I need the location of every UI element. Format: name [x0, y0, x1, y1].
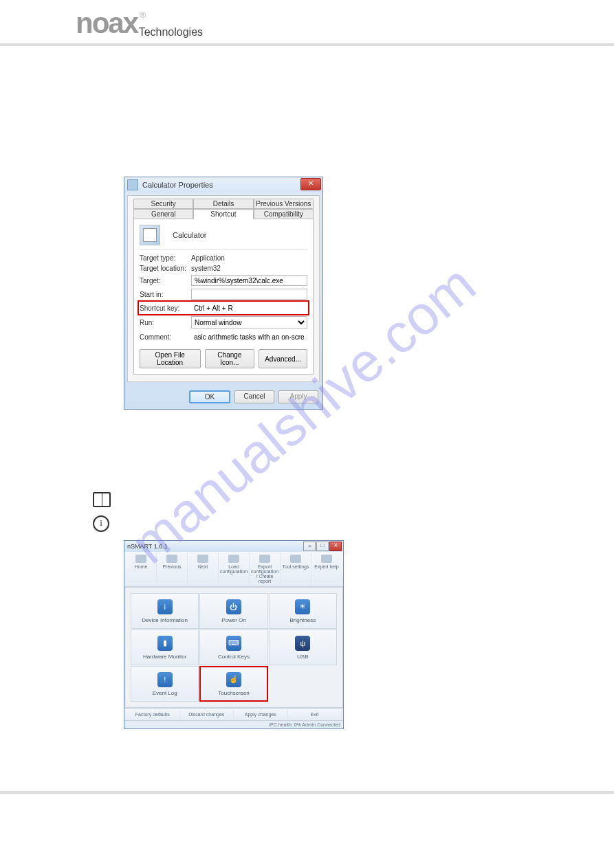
tab-details[interactable]: Details: [193, 199, 253, 209]
toolbar-export-label: Export configuration / Create report: [251, 564, 278, 583]
tab-shortcut[interactable]: Shortcut: [193, 209, 253, 219]
tab-general[interactable]: General: [133, 209, 193, 219]
power-icon: ⏻: [226, 599, 241, 614]
tile-power-on[interactable]: ⏻Power On: [199, 593, 267, 629]
tile-touchscreen[interactable]: ☝Touchscreen: [199, 666, 267, 702]
target-input[interactable]: [191, 275, 307, 286]
load-icon: [228, 555, 239, 563]
window-controls: ‒ □ ✕: [303, 542, 342, 551]
tile-label: Hardware Monitor: [143, 654, 187, 660]
tile-control-keys[interactable]: ⌨Control Keys: [199, 630, 267, 665]
tile-brightness[interactable]: ☀Brightness: [269, 593, 337, 629]
target-type-value: Application: [191, 254, 307, 262]
toolbar-help-label: Expert help: [314, 564, 338, 569]
tile-hardware-monitor[interactable]: ▮Hardware Monitor: [131, 630, 199, 665]
brightness-icon: ☀: [295, 599, 310, 614]
tab-security[interactable]: Security: [133, 199, 193, 209]
page-footer: [0, 791, 614, 814]
shortcut-key-row: Shortcut key:: [140, 302, 307, 313]
startin-label: Start in:: [140, 291, 191, 298]
tile-label: Power On: [221, 617, 246, 623]
tile-usb[interactable]: ψUSB: [269, 630, 337, 665]
previous-icon: [166, 555, 177, 563]
nsmart-grid: iDevice Information ⏻Power On ☀Brightnes…: [124, 587, 343, 708]
logo: noax ® Technologies: [76, 7, 138, 40]
target-type-row: Target type: Application: [140, 254, 307, 262]
info-icon: i: [93, 515, 109, 532]
toolbar-help[interactable]: Expert help: [311, 553, 342, 585]
calculator-app-icon: [140, 225, 160, 245]
next-icon: [197, 555, 208, 563]
gear-icon: [290, 555, 301, 563]
cancel-button[interactable]: Cancel: [234, 390, 274, 403]
shortcut-key-label: Shortcut key:: [140, 304, 191, 312]
dialog-bottom-buttons: OK Cancel Apply: [124, 385, 322, 409]
startin-input[interactable]: [191, 289, 307, 300]
close-button[interactable]: ✕: [300, 178, 321, 190]
advanced-button[interactable]: Advanced...: [259, 349, 307, 368]
side-icons: i: [93, 492, 531, 532]
shortcut-buttons-row: Open File Location Change Icon... Advanc…: [140, 349, 307, 368]
tile-label: Brightness: [289, 617, 316, 623]
comment-label: Comment:: [140, 333, 191, 341]
logo-brand: noax: [76, 7, 138, 39]
page-header: noax ® Technologies: [0, 0, 614, 46]
properties-dialog: Calculator Properties ✕ Security Details…: [124, 177, 323, 410]
shortcut-key-input[interactable]: [191, 302, 307, 313]
book-icon: [93, 492, 111, 507]
tabs-row-1: Security Details Previous Versions: [133, 199, 314, 209]
tab-compatibility[interactable]: Compatibility: [254, 209, 314, 219]
tile-event-log[interactable]: !Event Log: [131, 666, 199, 702]
change-icon-button[interactable]: Change Icon...: [205, 349, 255, 368]
toolbar-settings-label: Tool settings: [283, 564, 309, 569]
tile-label: Device Information: [142, 617, 188, 623]
toolbar-next[interactable]: Next: [188, 553, 219, 585]
toolbar-previous[interactable]: Previous: [157, 553, 188, 585]
minimize-button[interactable]: ‒: [303, 542, 316, 551]
target-location-value: system32: [191, 265, 307, 272]
tile-label: Touchscreen: [218, 690, 249, 696]
home-icon: [135, 555, 146, 563]
touchscreen-icon: ☝: [226, 672, 241, 687]
log-icon: !: [157, 672, 173, 687]
target-type-label: Target type:: [140, 254, 191, 262]
exit-button[interactable]: Exit: [288, 710, 342, 719]
toolbar-home[interactable]: Home: [126, 553, 157, 585]
tile-label: USB: [297, 654, 308, 660]
target-label: Target:: [140, 277, 191, 285]
run-row: Run: Normal window: [140, 316, 307, 329]
tile-label: Control Keys: [218, 654, 250, 660]
export-icon: [259, 555, 270, 563]
dialog-body: Security Details Previous Versions Gener…: [127, 195, 320, 382]
help-icon: [321, 555, 332, 563]
toolbar-settings[interactable]: Tool settings: [281, 553, 311, 585]
dialog-title: Calculator Properties: [142, 181, 213, 189]
info-icon: i: [157, 599, 173, 614]
maximize-button[interactable]: □: [316, 542, 329, 551]
open-file-location-button[interactable]: Open File Location: [140, 349, 201, 368]
app-name-row: Calculator: [140, 225, 307, 250]
tile-device-information[interactable]: iDevice Information: [131, 593, 199, 629]
discard-changes-button[interactable]: Discard changes: [180, 710, 234, 719]
logo-subtitle: Technologies: [139, 26, 203, 38]
toolbar-next-label: Next: [198, 564, 208, 569]
startin-row: Start in:: [140, 289, 307, 300]
run-select[interactable]: Normal window: [191, 316, 307, 329]
comment-input[interactable]: [191, 331, 307, 342]
toolbar-load-label: Load configuration: [220, 564, 248, 574]
toolbar-export[interactable]: Export configuration / Create report: [250, 553, 281, 585]
toolbar-load[interactable]: Load configuration: [219, 553, 250, 585]
shortcut-tab-content: Calculator Target type: Application Targ…: [133, 219, 314, 375]
toolbar-home-label: Home: [135, 564, 148, 569]
toolbar-previous-label: Previous: [162, 564, 181, 569]
nsmart-titlebar: nSMART 1.6.1 ‒ □ ✕: [124, 541, 343, 552]
keys-icon: ⌨: [226, 636, 241, 651]
apply-changes-button[interactable]: Apply changes: [234, 710, 288, 719]
close-button[interactable]: ✕: [329, 542, 342, 551]
comment-row: Comment:: [140, 331, 307, 342]
tab-previous-versions[interactable]: Previous Versions: [254, 199, 314, 209]
factory-defaults-button[interactable]: Factory defaults: [126, 710, 180, 719]
target-location-label: Target location:: [140, 265, 191, 272]
ok-button[interactable]: OK: [189, 390, 230, 403]
tabs-row-2: General Shortcut Compatibility: [133, 209, 314, 219]
